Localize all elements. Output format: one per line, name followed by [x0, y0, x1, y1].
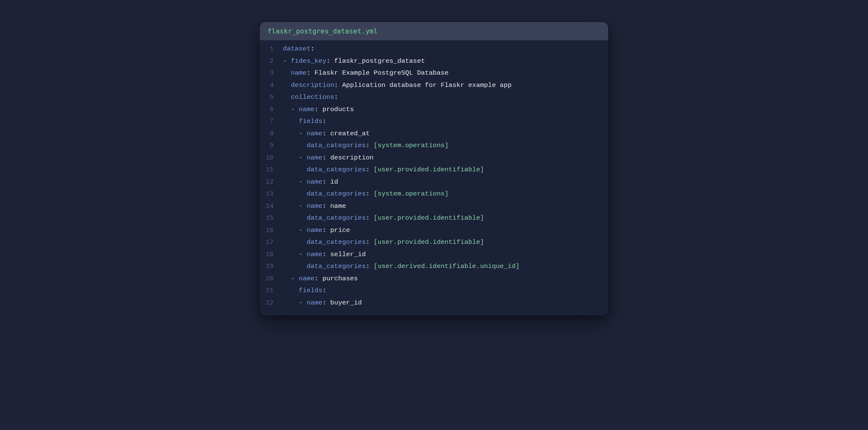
code-line: fields: [283, 115, 601, 128]
code-line: dataset: [283, 43, 601, 55]
code-line: - fides_key: flaskr_postgres_dataset [283, 55, 601, 67]
line-number: 10 [266, 152, 275, 164]
line-number: 22 [266, 297, 275, 309]
code-body[interactable]: 12345678910111213141516171819202122 data… [260, 40, 608, 316]
line-number: 21 [266, 285, 275, 297]
line-number: 20 [266, 273, 275, 285]
line-number: 13 [266, 188, 275, 200]
code-line: data_categories: [user.derived.identifia… [283, 260, 601, 273]
code-line: - name: seller_id [283, 249, 601, 261]
line-number: 7 [266, 115, 275, 128]
code-line: data_categories: [user.provided.identifi… [283, 164, 601, 176]
code-line: description: Application database for Fl… [283, 79, 601, 92]
line-number-gutter: 12345678910111213141516171819202122 [260, 40, 279, 311]
line-number: 9 [266, 140, 275, 152]
code-line: - name: created_at [283, 128, 601, 140]
line-number: 3 [266, 67, 275, 79]
line-number: 19 [266, 260, 275, 273]
line-number: 18 [266, 249, 275, 261]
code-content[interactable]: dataset:- fides_key: flaskr_postgres_dat… [279, 40, 608, 311]
line-number: 5 [266, 91, 275, 103]
line-number: 14 [266, 200, 275, 212]
code-line: data_categories: [system.operations] [283, 140, 601, 152]
line-number: 11 [266, 164, 275, 176]
decorative-tab-handle [14, 209, 71, 232]
code-window: flaskr_postgres_dataset.yml 123456789101… [260, 22, 608, 316]
code-line: - name: products [283, 103, 601, 116]
line-number: 15 [266, 212, 275, 224]
code-line: data_categories: [user.provided.identifi… [283, 236, 601, 249]
file-title: flaskr_postgres_dataset.yml [260, 22, 608, 40]
code-line: data_categories: [system.operations] [283, 188, 601, 200]
code-line: collections: [283, 91, 601, 103]
line-number: 2 [266, 55, 275, 67]
code-line: - name: name [283, 200, 601, 212]
decorative-tab-handle [99, 198, 156, 222]
code-line: - name: description [283, 152, 601, 164]
code-line: - name: id [283, 176, 601, 188]
code-line: - name: buyer_id [283, 297, 601, 309]
line-number: 16 [266, 224, 275, 237]
code-line: name: Flaskr Example PostgreSQL Database [283, 67, 601, 79]
line-number: 6 [266, 103, 275, 116]
code-line: - name: price [283, 224, 601, 237]
decorative-tab-handle [605, 168, 662, 191]
code-line: data_categories: [user.provided.identifi… [283, 212, 601, 224]
code-line: - name: purchases [283, 273, 601, 285]
line-number: 8 [266, 128, 275, 140]
line-number: 12 [266, 176, 275, 188]
line-number: 4 [266, 79, 275, 92]
code-line: fields: [283, 285, 601, 297]
line-number: 17 [266, 236, 275, 249]
line-number: 1 [266, 43, 275, 55]
